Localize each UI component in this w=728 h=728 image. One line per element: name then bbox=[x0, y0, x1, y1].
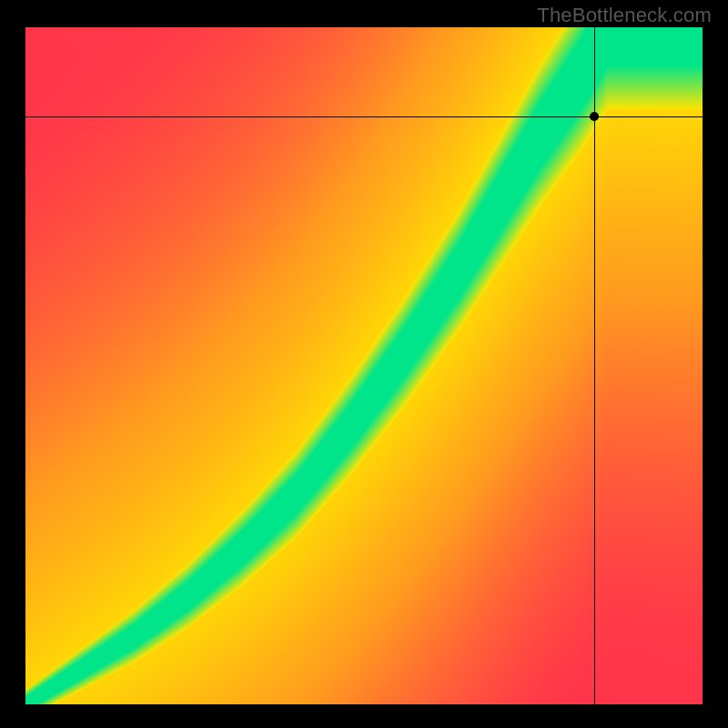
crosshair-horizontal bbox=[25, 116, 703, 117]
watermark-text: TheBottleneck.com bbox=[537, 4, 712, 27]
selection-marker[interactable] bbox=[590, 112, 599, 121]
heatmap-canvas bbox=[25, 27, 703, 704]
bottleneck-heatmap bbox=[25, 27, 703, 704]
crosshair-vertical bbox=[594, 27, 595, 704]
